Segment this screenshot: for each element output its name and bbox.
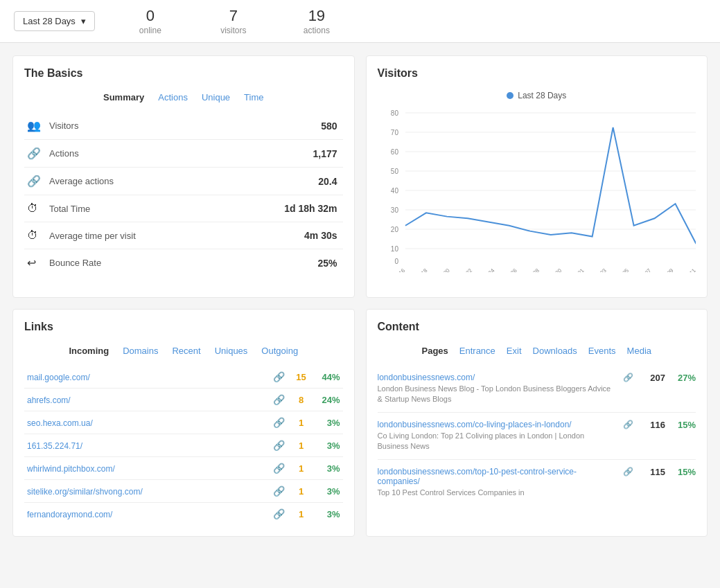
link-url[interactable]: ahrefs.com/ (27, 395, 71, 405)
link-count: 8 (288, 389, 315, 411)
content-url[interactable]: londonbusinessnews.com/ (378, 373, 616, 382)
svg-text:2020-12-18: 2020-12-18 (404, 267, 429, 272)
content-url[interactable]: londonbusinessnews.com/top-10-pest-contr… (378, 467, 616, 486)
list-item: 161.35.224.71/ 🔗 1 3% (24, 434, 343, 457)
link-pct: 24% (315, 389, 343, 411)
content-desc: London Business News Blog - Top London B… (378, 384, 616, 405)
external-link-icon[interactable]: 🔗 (273, 371, 285, 382)
basics-row: ↩ Bounce Rate 25% (24, 249, 343, 277)
basics-row: 🔗 Average actions 20.4 (24, 168, 343, 195)
external-link-icon[interactable]: 🔗 (273, 508, 285, 519)
tab-downloads[interactable]: Downloads (533, 344, 577, 357)
link-url[interactable]: mail.google.com/ (27, 373, 90, 382)
legend-label: Last 28 Days (518, 91, 566, 100)
content-pct: 27% (671, 373, 696, 383)
row-icon: ⏱ (27, 202, 38, 214)
link-url[interactable]: fernandoraymond.com/ (27, 510, 112, 519)
external-link-icon[interactable]: 🔗 (273, 440, 285, 451)
date-dropdown[interactable]: Last 28 Days ▾ (14, 11, 95, 31)
external-link-icon[interactable]: 🔗 (273, 463, 285, 474)
list-item: whirlwind.pitchbox.com/ 🔗 1 3% (24, 457, 343, 480)
tab-exit[interactable]: Exit (507, 344, 522, 357)
links-panel: Links Incoming Domains Recent Uniques Ou… (12, 309, 355, 537)
stat-visitors: 7 visitors (206, 7, 261, 35)
link-url[interactable]: 161.35.224.71/ (27, 441, 82, 451)
link-count: 1 (288, 480, 315, 503)
svg-text:40: 40 (390, 187, 398, 195)
external-icon[interactable]: 🔗 (621, 467, 635, 476)
links-tabs: Incoming Domains Recent Uniques Outgoing (24, 344, 343, 357)
content-desc: Co Living London: Top 21 Coliving places… (378, 431, 616, 452)
content-count: 115 (640, 467, 665, 477)
link-count: 1 (288, 457, 315, 480)
external-link-icon[interactable]: 🔗 (273, 485, 285, 497)
row-label: Average time per visit (46, 222, 225, 249)
link-pct: 3% (315, 434, 343, 457)
external-link-icon[interactable]: 🔗 (273, 417, 285, 428)
row-value: 20.4 (225, 168, 343, 195)
row-value: 1,177 (225, 140, 343, 168)
date-filter[interactable]: Last 28 Days ▾ (14, 11, 95, 31)
link-pct: 3% (315, 480, 343, 503)
links-title: Links (24, 321, 343, 333)
tab-summary[interactable]: Summary (103, 91, 144, 104)
basics-table: 👥 Visitors 580 🔗 Actions 1,177 🔗 Average… (24, 112, 343, 276)
tab-media[interactable]: Media (627, 344, 651, 357)
list-item: seo.hexa.com.ua/ 🔗 1 3% (24, 411, 343, 434)
list-item: londonbusinessnews.com/top-10-pest-contr… (378, 460, 696, 505)
link-url[interactable]: sitelike.org/similar/shvong.com/ (27, 487, 143, 497)
row-label: Average actions (46, 168, 225, 195)
tab-entrance[interactable]: Entrance (459, 344, 495, 357)
list-item: mail.google.com/ 🔗 15 44% (24, 366, 343, 389)
tab-time[interactable]: Time (244, 91, 263, 104)
tab-incoming[interactable]: Incoming (69, 344, 109, 357)
link-count: 1 (288, 434, 315, 457)
basics-row: ⏱ Total Time 1d 18h 32m (24, 195, 343, 222)
svg-text:2020-12-20: 2020-12-20 (426, 267, 451, 272)
svg-text:2020-12-26: 2020-12-26 (493, 267, 518, 272)
link-pct: 44% (315, 366, 343, 389)
row-icon: 👥 (27, 120, 41, 132)
tab-pages[interactable]: Pages (421, 344, 448, 357)
actions-label: actions (304, 26, 330, 35)
svg-text:2020-12-22: 2020-12-22 (448, 267, 473, 272)
link-url[interactable]: seo.hexa.com.ua/ (27, 418, 93, 428)
link-count: 1 (288, 503, 315, 526)
row-label: Bounce Rate (46, 249, 225, 277)
link-url[interactable]: whirlwind.pitchbox.com/ (27, 464, 115, 474)
external-icon[interactable]: 🔗 (621, 373, 635, 382)
svg-text:2021-01-05: 2021-01-05 (605, 267, 630, 272)
row-icon: ⏱ (27, 229, 38, 241)
tab-recent[interactable]: Recent (172, 344, 200, 357)
row-icon: ↩ (27, 257, 36, 269)
link-count: 1 (288, 411, 315, 434)
tab-uniques[interactable]: Uniques (215, 344, 248, 357)
link-pct: 3% (315, 457, 343, 480)
content-title: Content (378, 321, 696, 333)
visitors-label: visitors (220, 26, 246, 35)
external-link-icon[interactable]: 🔗 (273, 394, 285, 405)
content-url[interactable]: londonbusinessnews.com/co-living-places-… (378, 420, 616, 429)
tab-unique[interactable]: Unique (202, 91, 230, 104)
tab-outgoing[interactable]: Outgoing (261, 344, 298, 357)
row-icon: 🔗 (27, 148, 41, 159)
basics-title: The Basics (24, 67, 343, 80)
svg-text:2021-01-01: 2021-01-01 (561, 267, 586, 272)
tab-domains[interactable]: Domains (123, 344, 158, 357)
svg-text:2020-12-30: 2020-12-30 (538, 267, 563, 272)
svg-text:60: 60 (390, 148, 398, 156)
row-icon: 🔗 (27, 175, 41, 187)
svg-text:2020-12-28: 2020-12-28 (516, 267, 541, 272)
tab-events[interactable]: Events (588, 344, 616, 357)
content-count: 207 (640, 373, 665, 383)
row-value: 580 (225, 112, 343, 140)
content-pct: 15% (671, 420, 696, 430)
basics-tabs: Summary Actions Unique Time (24, 91, 343, 104)
tab-actions[interactable]: Actions (158, 91, 188, 104)
stat-online: 0 online (123, 7, 178, 35)
list-item: sitelike.org/similar/shvong.com/ 🔗 1 3% (24, 480, 343, 503)
svg-text:2020-12-24: 2020-12-24 (471, 267, 496, 272)
online-value: 0 (123, 7, 178, 25)
external-icon[interactable]: 🔗 (621, 420, 635, 429)
basics-row: 🔗 Actions 1,177 (24, 140, 343, 168)
